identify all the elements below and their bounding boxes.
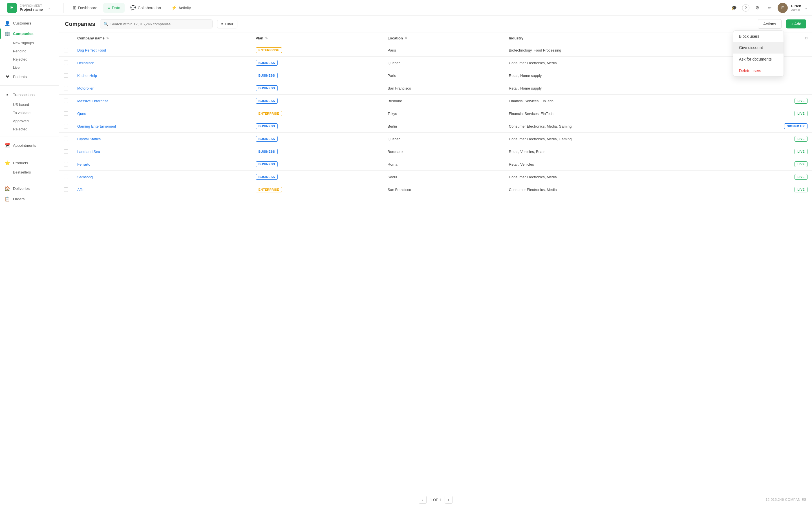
sidebar-products-label: Products [13, 161, 28, 165]
company-link[interactable]: Quno [77, 112, 86, 116]
row-industry-cell: Retail, Vehicles [504, 158, 772, 171]
dropdown-item-block-users[interactable]: Block users [733, 31, 783, 42]
dropdown-item-delete-users[interactable]: Delete users [733, 65, 783, 76]
row-checkbox-cell [59, 69, 73, 82]
table-row: HelloMark BUSINESS Quebec Consumer Elect… [59, 57, 812, 69]
sidebar-item-customers[interactable]: 👤 Customers [0, 18, 59, 29]
row-plan-cell: BUSINESS [251, 69, 383, 82]
company-link[interactable]: Gaming Entertainement [77, 124, 116, 128]
actions-button[interactable]: Actions [758, 19, 781, 29]
company-link[interactable]: Affle [77, 187, 85, 192]
company-link[interactable]: Samsong [77, 175, 93, 179]
row-plan-cell: BUSINESS [251, 120, 383, 133]
nav-dashboard[interactable]: ⊞ Dashboard [68, 3, 102, 13]
sidebar-item-companies[interactable]: 🏢 Companies [0, 29, 59, 39]
customers-icon: 👤 [4, 20, 10, 26]
row-checkbox[interactable] [64, 99, 68, 103]
row-checkbox[interactable] [64, 124, 68, 128]
sidebar-sub-approved[interactable]: Approved [0, 117, 59, 125]
sort-company-name-icon[interactable]: ⇅ [106, 36, 109, 40]
row-checkbox[interactable] [64, 175, 68, 179]
sidebar-sub-rejected-companies[interactable]: Rejected [0, 55, 59, 63]
row-checkbox[interactable] [64, 136, 68, 141]
sort-location-icon[interactable]: ⇅ [405, 36, 407, 40]
select-all-checkbox[interactable] [64, 36, 68, 40]
plan-badge: ENTERPRISE [256, 47, 282, 53]
brand-chevron-icon[interactable]: ⌄ [48, 6, 51, 10]
nav-collaboration[interactable]: 💬 Collaboration [126, 3, 165, 13]
row-checkbox[interactable] [64, 187, 68, 192]
nav-data[interactable]: ≡ Data [103, 3, 125, 13]
page-info: 1 OF 1 [430, 498, 441, 502]
plan-badge: BUSINESS [256, 174, 278, 180]
filter-button[interactable]: ≡ Filter [217, 20, 238, 29]
table-row: Dog Perfect Food ENTERPRISE Paris Biotec… [59, 44, 812, 57]
sidebar-sub-to-validate[interactable]: To validate [0, 109, 59, 117]
sidebar-item-products[interactable]: ⭐ Products [0, 158, 59, 168]
brand-section[interactable]: F ENVIRONMENT Project name ⌄ [4, 3, 64, 13]
prev-page-button[interactable]: ‹ [419, 496, 426, 504]
sidebar-sub-bestsellers[interactable]: Bestsellers [0, 168, 59, 176]
graduation-icon-btn[interactable]: 🎓 [730, 3, 739, 12]
settings-icon-btn[interactable]: ⚙ [753, 3, 762, 12]
company-link[interactable]: Crystal Statics [77, 137, 101, 141]
dropdown-item-ask-documents[interactable]: Ask for documents [733, 54, 783, 65]
brand-env-label: ENVIRONMENT [20, 4, 43, 7]
sidebar-item-transactions[interactable]: ▪ Transactions [0, 89, 59, 101]
row-location-cell: Paris [383, 44, 504, 57]
sidebar-item-appointments[interactable]: 📅 Appointments [0, 140, 59, 151]
row-location-cell: Seoul [383, 171, 504, 183]
row-checkbox[interactable] [64, 48, 68, 52]
add-button[interactable]: + Add [786, 19, 806, 29]
row-plan-cell: BUSINESS [251, 171, 383, 183]
row-checkbox-cell [59, 107, 73, 120]
row-checkbox[interactable] [64, 162, 68, 166]
sidebar-divider-2 [0, 136, 59, 137]
sidebar-sub-pending[interactable]: Pending [0, 47, 59, 55]
company-link[interactable]: Dog Perfect Food [77, 48, 106, 52]
search-container[interactable]: 🔍 [100, 19, 213, 29]
row-status-cell: LIVE [772, 158, 812, 171]
row-industry-cell: Retail, Vehicles, Boats [504, 145, 772, 158]
row-checkbox[interactable] [64, 111, 68, 116]
company-link[interactable]: KitchenHelp [77, 73, 97, 78]
products-icon: ⭐ [4, 160, 10, 166]
filter-status-icon[interactable]: ⊟ [805, 36, 808, 40]
sidebar-sub-new-signups[interactable]: New signups [0, 39, 59, 47]
search-input[interactable] [110, 22, 209, 26]
dropdown-item-give-discount[interactable]: Give discount [733, 42, 783, 53]
help-icon-btn[interactable]: ? [742, 4, 749, 11]
sidebar-appointments-section: 📅 Appointments [0, 138, 59, 153]
company-link[interactable]: Massive Enterprise [77, 99, 109, 103]
row-checkbox[interactable] [64, 73, 68, 78]
row-checkbox[interactable] [64, 86, 68, 91]
company-link[interactable]: Ferrarto [77, 162, 90, 166]
company-link[interactable]: HelloMark [77, 61, 94, 65]
sidebar-sub-live[interactable]: Live [0, 63, 59, 71]
sidebar-item-orders[interactable]: 📋 Orders [0, 194, 59, 204]
user-chevron-icon[interactable]: ⌄ [805, 6, 808, 10]
row-checkbox[interactable] [64, 61, 68, 65]
nav-activity[interactable]: ⚡ Activity [167, 3, 195, 13]
avatar[interactable]: E [777, 3, 788, 13]
table-body: Dog Perfect Food ENTERPRISE Paris Biotec… [59, 44, 812, 196]
row-plan-cell: ENTERPRISE [251, 44, 383, 57]
pagination: ‹ 1 OF 1 › [419, 496, 453, 504]
row-company-name-cell: Dog Perfect Food [73, 44, 251, 57]
sidebar-item-patients[interactable]: ❤ Patients [0, 71, 59, 82]
row-status-cell: LIVE [772, 183, 812, 196]
sort-plan-icon[interactable]: ⇅ [265, 36, 267, 40]
row-plan-cell: ENTERPRISE [251, 183, 383, 196]
row-company-name-cell: Ferrarto [73, 158, 251, 171]
next-page-button[interactable]: › [445, 496, 453, 504]
sidebar-item-deliveries[interactable]: 🏠 Deliveries [0, 183, 59, 194]
company-link[interactable]: Motoroller [77, 86, 94, 91]
row-checkbox-cell [59, 183, 73, 196]
row-checkbox[interactable] [64, 149, 68, 154]
edit-icon-btn[interactable]: ✏ [765, 3, 774, 12]
sidebar-sub-us-based[interactable]: US based [0, 101, 59, 109]
row-checkbox-cell [59, 133, 73, 145]
patients-icon: ❤ [4, 74, 10, 79]
company-link[interactable]: Land and Sea [77, 150, 100, 154]
sidebar-sub-rejected-transactions[interactable]: Rejected [0, 125, 59, 133]
